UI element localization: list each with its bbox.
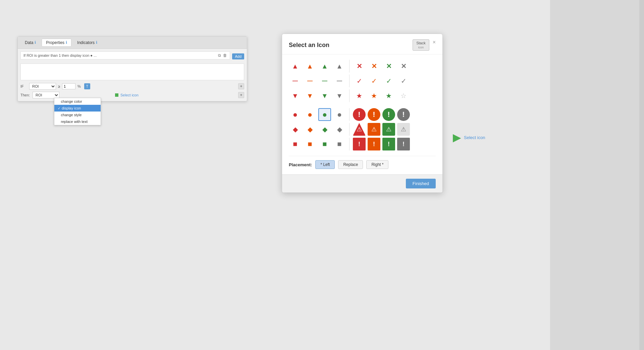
placement-replace-button[interactable]: Replace bbox=[338, 160, 363, 169]
icon-square-orange[interactable]: ■ bbox=[304, 138, 316, 150]
data-info-icon: ℹ bbox=[35, 40, 36, 45]
icon-x-red[interactable]: ✕ bbox=[353, 60, 366, 73]
icon-warn-orange[interactable]: ⚠ bbox=[368, 123, 380, 136]
tab-properties[interactable]: Properties ℹ bbox=[42, 39, 71, 47]
tab-indicators[interactable]: Indicators ℹ bbox=[73, 39, 102, 47]
check-placeholder bbox=[58, 100, 60, 103]
icon-square-red[interactable]: ■ bbox=[289, 138, 302, 150]
delete-icon[interactable]: 🗑 bbox=[223, 53, 227, 58]
icon-diamond-green[interactable]: ◆ bbox=[318, 123, 331, 136]
greater-than-symbol: ≥ bbox=[58, 84, 60, 88]
icon-diamond-orange[interactable]: ◆ bbox=[304, 123, 316, 136]
scrollbar[interactable] bbox=[639, 0, 644, 350]
row2-divider bbox=[349, 75, 350, 87]
dropdown-menu: change color ✓ display icon change style… bbox=[54, 98, 101, 125]
tab-indicators-label: Indicators bbox=[77, 40, 95, 45]
text-area bbox=[20, 63, 244, 80]
icon-warn-gray[interactable]: ⚠ bbox=[397, 123, 410, 136]
icon-circle-gray[interactable]: ● bbox=[333, 108, 346, 121]
finished-button[interactable]: Finished bbox=[406, 179, 436, 188]
dropdown-change-color-label: change color bbox=[61, 99, 82, 103]
icon-x-orange[interactable]: ✕ bbox=[368, 60, 380, 73]
placement-left-button[interactable]: * Left bbox=[315, 160, 335, 169]
icon-circle-green[interactable]: ● bbox=[318, 108, 331, 121]
panel-tabs: Data ℹ Properties ℹ Indicators ℹ bbox=[18, 37, 247, 49]
icon-square-gray[interactable]: ■ bbox=[333, 138, 346, 150]
icon-triangle-down-gray[interactable]: ▼ bbox=[333, 89, 346, 102]
icon-check-red[interactable]: ✓ bbox=[353, 75, 366, 87]
placement-right-button[interactable]: Right * bbox=[366, 160, 388, 169]
icon-check-orange[interactable]: ✓ bbox=[368, 75, 380, 87]
add-button[interactable]: Add bbox=[232, 53, 244, 59]
check-icon: ✓ bbox=[58, 106, 60, 110]
icon-minus-orange[interactable]: — bbox=[304, 75, 316, 87]
if-field-select[interactable]: ROI bbox=[29, 83, 56, 90]
close-button[interactable]: × bbox=[433, 39, 436, 45]
if-plus-button[interactable]: + bbox=[238, 83, 244, 89]
icon-row-1: ▲ ▲ ▲ ▲ ✕ ✕ ✕ ✕ bbox=[289, 60, 436, 73]
row6-divider bbox=[349, 138, 350, 150]
icon-exclaim-rect-gray[interactable]: ! bbox=[397, 138, 410, 150]
then-row: Then: ROI change color ✓ display icon ch… bbox=[20, 92, 244, 98]
icon-exclaim-circle-gray[interactable]: ! bbox=[397, 108, 410, 121]
icon-exclaim-rect-red[interactable]: ! bbox=[353, 138, 366, 150]
icon-check-green[interactable]: ✓ bbox=[382, 75, 395, 87]
select-icon-link[interactable]: Select icon bbox=[120, 93, 139, 97]
dropdown-change-style[interactable]: change style bbox=[54, 112, 101, 118]
icon-row-4: ● ● ● ● ! ! ! ! bbox=[289, 108, 436, 121]
placement-left-label: * Left bbox=[320, 162, 330, 167]
icon-exclaim-rect-orange[interactable]: ! bbox=[368, 138, 380, 150]
icon-warn-red[interactable]: ⚠ bbox=[353, 123, 366, 136]
then-plus-button[interactable]: + bbox=[238, 92, 244, 98]
icon-star-orange[interactable]: ★ bbox=[368, 89, 380, 102]
stack-sublabel: icon bbox=[418, 46, 424, 49]
icon-minus-green[interactable]: — bbox=[318, 75, 331, 87]
icon-circle-red[interactable]: ● bbox=[289, 108, 302, 121]
icon-minus-gray[interactable]: — bbox=[333, 75, 346, 87]
icon-triangle-down-red[interactable]: ▼ bbox=[289, 89, 302, 102]
if-label: IF bbox=[20, 84, 27, 88]
icon-triangle-up-red[interactable]: ▲ bbox=[289, 60, 302, 73]
right-select-icon-link[interactable]: Select icon bbox=[464, 135, 485, 140]
stack-button[interactable]: Stackicon bbox=[413, 39, 429, 51]
icon-diamond-gray[interactable]: ◆ bbox=[333, 123, 346, 136]
icon-triangle-up-green[interactable]: ▲ bbox=[318, 60, 331, 73]
dialog-title: Select an Icon bbox=[289, 42, 329, 49]
if-value-input[interactable] bbox=[62, 83, 75, 89]
tab-data[interactable]: Data ℹ bbox=[20, 39, 40, 47]
icon-star-red[interactable]: ★ bbox=[353, 89, 366, 102]
icon-row-5: ◆ ◆ ◆ ◆ ⚠ ⚠ ⚠ ⚠ bbox=[289, 123, 436, 136]
right-select-area: ▶ Select icon bbox=[453, 131, 485, 144]
icon-triangle-up-orange[interactable]: ▲ bbox=[304, 60, 316, 73]
icon-minus-red[interactable]: — bbox=[289, 75, 302, 87]
then-label: Then: bbox=[20, 93, 31, 97]
icon-x-green[interactable]: ✕ bbox=[382, 60, 395, 73]
icon-square-green[interactable]: ■ bbox=[318, 138, 331, 150]
icon-check-gray[interactable]: ✓ bbox=[397, 75, 410, 87]
icon-star-green[interactable]: ★ bbox=[382, 89, 395, 102]
icon-triangle-down-orange[interactable]: ▼ bbox=[304, 89, 316, 102]
icon-x-gray[interactable]: ✕ bbox=[397, 60, 410, 73]
icon-exclaim-circle-red[interactable]: ! bbox=[353, 108, 366, 121]
then-field-select[interactable]: ROI bbox=[33, 92, 59, 98]
dropdown-display-icon-label: display icon bbox=[62, 106, 81, 110]
icon-diamond-red[interactable]: ◆ bbox=[289, 123, 302, 136]
copy-icon[interactable]: ⧉ bbox=[218, 53, 221, 58]
icon-warn-green[interactable]: ⚠ bbox=[382, 123, 395, 136]
if-action-icon: T bbox=[86, 85, 88, 88]
icon-triangle-up-gray[interactable]: ▲ bbox=[333, 60, 346, 73]
icon-exclaim-circle-orange[interactable]: ! bbox=[368, 108, 380, 121]
icon-exclaim-circle-green[interactable]: ! bbox=[382, 108, 395, 121]
dropdown-display-icon[interactable]: ✓ display icon bbox=[54, 105, 101, 112]
row3-divider bbox=[349, 89, 350, 102]
icon-triangle-down-green[interactable]: ▼ bbox=[318, 89, 331, 102]
icon-exclaim-rect-green[interactable]: ! bbox=[382, 138, 395, 150]
icon-grid: ▲ ▲ ▲ ▲ ✕ ✕ ✕ ✕ — — — — ✓ ✓ ✓ ✓ bbox=[289, 60, 436, 150]
condition-row: If ROI is greater than 1 then display ic… bbox=[20, 51, 230, 59]
placement-replace-label: Replace bbox=[343, 162, 358, 167]
dropdown-change-color[interactable]: change color bbox=[54, 98, 101, 105]
icon-circle-orange[interactable]: ● bbox=[304, 108, 316, 121]
if-action-btn[interactable]: T bbox=[84, 83, 90, 89]
dropdown-replace-with-text[interactable]: replace with text bbox=[54, 118, 101, 125]
icon-star-gray[interactable]: ☆ bbox=[397, 89, 410, 102]
